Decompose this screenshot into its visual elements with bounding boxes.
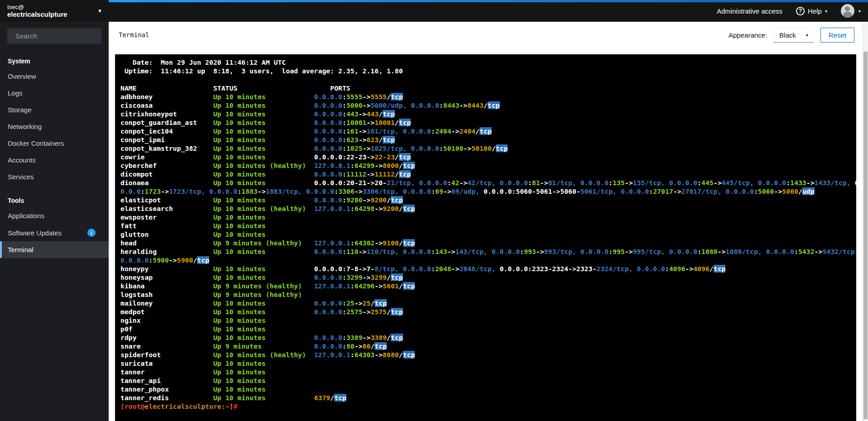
masthead: tsec@ electricalsculpture ▼ Administrati…: [0, 0, 868, 22]
sidebar-item-docker-containers[interactable]: Docker Containers: [0, 135, 109, 152]
help-label: Help: [808, 7, 822, 15]
terminal-line: nginx Up 10 minutes: [120, 316, 856, 325]
terminal-line: ewsposter Up 10 minutes: [120, 213, 856, 221]
sidebar-item-terminal[interactable]: Terminal: [0, 241, 109, 258]
terminal-line: cyberchef Up 10 minutes (healthy) 127.0.…: [120, 161, 856, 170]
terminal-line: elasticsearch Up 10 minutes (healthy) 12…: [120, 204, 856, 213]
user-menu[interactable]: ▾: [841, 4, 861, 18]
terminal-line: ciscoasa Up 10 minutes 0.0.0.0:5000->500…: [120, 101, 856, 110]
reset-button[interactable]: Reset: [820, 28, 854, 43]
sidebar-item-label: Overview: [8, 72, 36, 80]
terminal-line: honeypy Up 10 minutes 0.0.0.0:7-8->7-8/t…: [120, 264, 856, 273]
sidebar-item-label: Networking: [8, 123, 42, 130]
scrollbar-thumb[interactable]: [863, 52, 868, 419]
terminal-line: tanner Up 10 minutes: [120, 368, 856, 376]
nav-section-title: System: [0, 46, 109, 68]
sidebar-item-label: Services: [8, 173, 34, 181]
terminal-line: honeysap Up 10 minutes 0.0.0.0:3299->329…: [120, 273, 856, 282]
terminal-line: dionaea Up 10 minutes 0.0.0.0:20-21->20-…: [120, 178, 856, 187]
appearance-value: Black: [779, 31, 796, 39]
help-icon: ?: [796, 7, 805, 15]
terminal-line: [root@electricalsculpture:~]#: [120, 402, 856, 411]
page-scrollbar[interactable]: [863, 22, 868, 421]
sidebar-item-services[interactable]: Services: [0, 168, 109, 185]
terminal-line: Uptime: 11:46:12 up 8:18, 3 users, load …: [120, 67, 856, 75]
terminal-line: elasticpot Up 10 minutes 0.0.0.0:9200->9…: [120, 196, 856, 204]
page-title: Terminal: [119, 31, 149, 38]
terminal-container: Date: Mon 29 Jun 2020 11:46:12 AM UTC Up…: [109, 48, 863, 421]
terminal-line: citrixhoneypot Up 10 minutes 0.0.0.0:443…: [120, 110, 856, 118]
help-menu[interactable]: ? Help ▾: [796, 7, 827, 15]
chevron-down-icon: ▾: [858, 9, 861, 14]
terminal-line: Date: Mon 29 Jun 2020 11:46:12 AM UTC: [120, 58, 856, 67]
sidebar-item-label: Storage: [8, 106, 32, 114]
terminal-line: spiderfoot Up 10 minutes (healthy) 127.0…: [120, 350, 856, 359]
terminal-line: mailoney Up 10 minutes 0.0.0.0:25->25/tc…: [120, 299, 856, 307]
terminal-line: conpot_kamstrup_382 Up 10 minutes 0.0.0.…: [120, 144, 856, 153]
terminal-line: glutton Up 10 minutes: [120, 230, 856, 239]
terminal-line: 0.0.0:1723->1723/tcp, 0.0.0.0:1883->1883…: [120, 187, 856, 196]
search-input[interactable]: [15, 32, 106, 40]
terminal-line: logstash Up 9 minutes (healthy): [120, 290, 856, 299]
sidebar-item-label: Software Updates: [8, 229, 62, 237]
administrative-access-button[interactable]: Administrative access: [717, 7, 782, 15]
sidebar-nav: SystemOverviewLogsStorageNetworkingDocke…: [0, 46, 109, 258]
appearance-select[interactable]: Black ▾: [773, 28, 814, 43]
sidebar-item-label: Applications: [8, 212, 44, 220]
sidebar-item-overview[interactable]: Overview: [0, 68, 109, 85]
sidebar: SystemOverviewLogsStorageNetworkingDocke…: [0, 22, 109, 421]
brand-hostname: electricalsculpture: [7, 10, 102, 19]
terminal-line: tanner_redis Up 10 minutes 6379/tcp: [120, 393, 856, 402]
terminal-line: cowrie Up 10 minutes 0.0.0.0:22-23->22-2…: [120, 153, 856, 161]
sidebar-item-networking[interactable]: Networking: [0, 118, 109, 135]
sidebar-item-software-updates[interactable]: Software Updatesi: [0, 224, 109, 241]
terminal-line: fatt Up 10 minutes: [120, 221, 856, 230]
sidebar-item-label: Docker Containers: [8, 139, 64, 147]
masthead-accent-bar: [109, 0, 868, 2]
sidebar-item-storage[interactable]: Storage: [0, 101, 109, 118]
terminal-line: suricata Up 10 minutes: [120, 359, 856, 368]
terminal-line: conpot_ipmi Up 10 minutes 0.0.0.0:623->6…: [120, 135, 856, 144]
chevron-down-icon: ▾: [806, 33, 808, 38]
terminal-line: head Up 9 minutes (healthy) 127.0.0.1:64…: [120, 239, 856, 247]
terminal-line: adbhoney Up 10 minutes 0.0.0.0:5555->555…: [120, 92, 856, 101]
appearance-label: Appearance:: [729, 31, 767, 39]
terminal-line: conpot_guardian_ast Up 10 minutes 0.0.0.…: [120, 118, 856, 127]
sidebar-item-logs[interactable]: Logs: [0, 85, 109, 101]
terminal-line: conpot_iec104 Up 10 minutes 0.0.0.0:161-…: [120, 127, 856, 135]
sidebar-item-label: Logs: [8, 89, 23, 97]
avatar-icon: [841, 4, 854, 18]
terminal-line: snare Up 9 minutes 0.0.0.0:80->80/tcp: [120, 342, 856, 350]
terminal-line: medpot Up 10 minutes 0.0.0.0:2575->2575/…: [120, 307, 856, 316]
terminal-line: tanner_api Up 10 minutes: [120, 376, 856, 385]
info-icon: i: [87, 229, 96, 237]
sidebar-item-label: Terminal: [8, 246, 34, 254]
search-box[interactable]: [7, 28, 101, 44]
sidebar-item-accounts[interactable]: Accounts: [0, 152, 109, 168]
sidebar-item-label: Accounts: [8, 156, 36, 164]
chevron-down-icon: ▼: [97, 8, 102, 14]
terminal-line: tanner_phpox Up 10 minutes: [120, 385, 856, 393]
terminal-line: p0f Up 10 minutes: [120, 325, 856, 333]
masthead-toolbar: Administrative access ? Help ▾ ▾: [717, 4, 868, 18]
terminal-line: kibana Up 9 minutes (healthy) 127.0.0.1:…: [120, 282, 856, 290]
terminal-line: NAME STATUS PORTS: [120, 84, 856, 92]
sidebar-item-applications[interactable]: Applications: [0, 207, 109, 224]
host-switcher[interactable]: tsec@ electricalsculpture ▼: [0, 0, 109, 22]
terminal-line: heralding Up 10 minutes 0.0.0.0:110->110…: [120, 247, 856, 256]
main-content: Terminal Appearance: Black ▾ Reset Date:…: [109, 22, 863, 421]
terminal-line: [120, 75, 856, 84]
content-header: Terminal Appearance: Black ▾ Reset: [109, 22, 863, 48]
terminal-line: rdpy Up 10 minutes 0.0.0.0:3389->3389/tc…: [120, 333, 856, 342]
nav-section-title: Tools: [0, 185, 109, 207]
terminal-line: 0.0.0.0:5900->5900/tcp: [120, 256, 856, 264]
terminal-line: dicompot Up 10 minutes 0.0.0.0:11112->11…: [120, 170, 856, 178]
chevron-down-icon: ▾: [825, 9, 827, 14]
terminal-screen[interactable]: Date: Mon 29 Jun 2020 11:46:12 AM UTC Up…: [115, 54, 856, 421]
brand-username: tsec@: [7, 4, 102, 10]
